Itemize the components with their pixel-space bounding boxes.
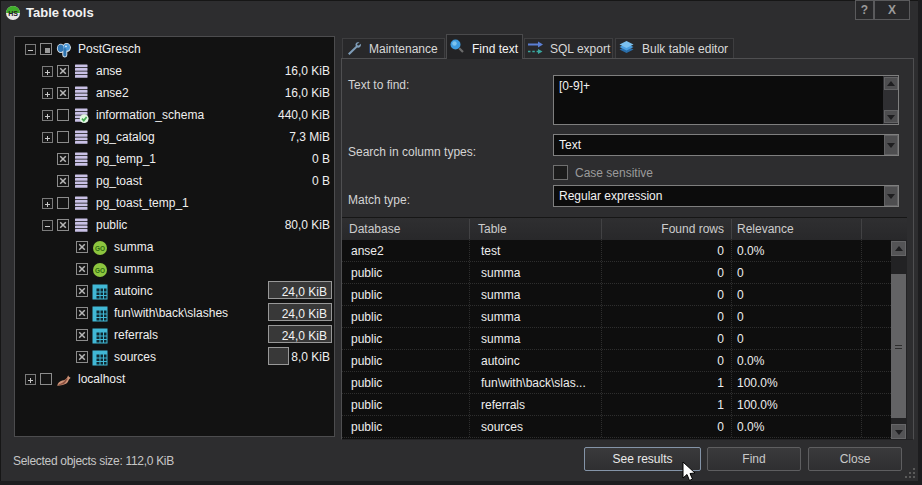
svg-text:HS: HS	[8, 10, 18, 17]
svg-text:GO: GO	[95, 267, 105, 274]
svg-text:GO: GO	[95, 245, 105, 252]
